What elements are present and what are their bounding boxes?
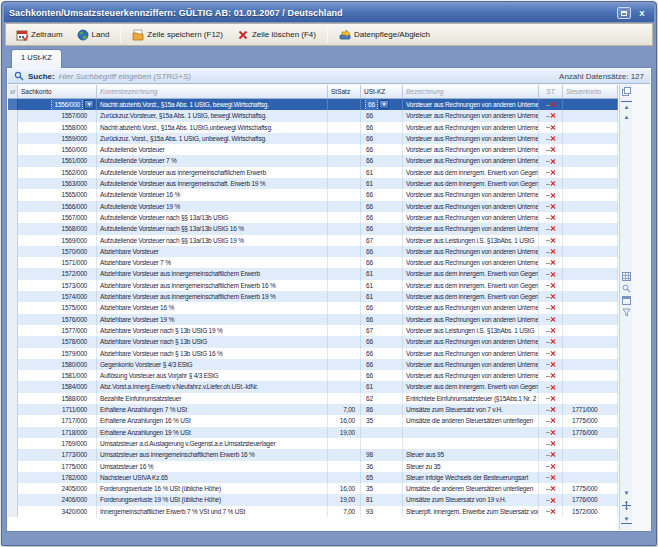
bezeichnung-cell[interactable]: Vorsteuer aus Rechnungen von anderen Unt… (403, 223, 539, 234)
grid-view-icon[interactable] (621, 271, 632, 281)
table-row[interactable]: 1559/000Zurückzuz. Vorst., §15a Abs. 1 U… (8, 133, 618, 144)
kontenbezeichnung-cell[interactable]: Zurückzuz. Vorst., §15a Abs. 1 UStG, unb… (97, 133, 328, 144)
pan-navigate-icon[interactable] (621, 500, 632, 510)
stsatz-cell[interactable] (328, 212, 361, 223)
steuerkonto-cell[interactable] (563, 246, 618, 257)
stsatz-cell[interactable] (328, 110, 361, 121)
kontenbezeichnung-cell[interactable]: Umsatzsteuer a.d.Auslagerung v.Gegenst.a… (97, 438, 328, 449)
ustkz-cell[interactable]: 61 (361, 178, 403, 189)
kontenbezeichnung-cell[interactable]: Abz.Vorst.a.innerg.Erwerb v.Neufahrz.v.L… (97, 381, 328, 392)
row-marker-cell[interactable] (8, 348, 18, 359)
st-cell[interactable] (539, 99, 563, 110)
steuerkonto-cell[interactable]: 1776/000 (563, 494, 618, 505)
ustkz-cell[interactable]: 66 (361, 133, 403, 144)
st-cell[interactable] (539, 155, 563, 166)
row-marker-cell[interactable] (8, 381, 18, 392)
steuerkonto-cell[interactable] (563, 280, 618, 291)
steuerkonto-cell[interactable] (563, 449, 618, 460)
bezeichnung-cell[interactable]: Vorsteuer aus Rechnungen von anderen Unt… (403, 189, 539, 200)
sachkonto-cell[interactable]: 1575/000 (18, 302, 97, 313)
st-cell[interactable] (539, 449, 563, 460)
kontenbezeichnung-cell[interactable]: Aufzuteilende Vorsteuer aus innergemeins… (97, 167, 328, 178)
bezeichnung-cell[interactable]: Vorsteuer aus Rechnungen von anderen Unt… (403, 359, 539, 370)
row-marker-cell[interactable] (8, 122, 18, 133)
steuerkonto-cell[interactable] (563, 167, 618, 178)
row-marker-cell[interactable] (8, 144, 18, 155)
ustkz-cell[interactable]: 81 (361, 494, 403, 505)
table-row[interactable]: 1562/000Aufzuteilende Vorsteuer aus inne… (8, 167, 618, 178)
table-row[interactable]: 1588/000Bezahlte Einfuhrumsatzsteuer62En… (8, 393, 618, 404)
ustkz-cell[interactable]: 61 (361, 268, 403, 279)
ustkz-cell[interactable]: 35 (361, 415, 403, 426)
st-cell[interactable] (539, 348, 563, 359)
sachkonto-cell[interactable]: 1567/000 (18, 212, 97, 223)
bezeichnung-cell[interactable] (403, 438, 539, 449)
sachkonto-cell[interactable]: 1711/000 (18, 404, 97, 415)
bezeichnung-cell[interactable]: Steuer zu 35 (403, 461, 539, 472)
sachkonto-cell[interactable]: 1562/000 (18, 167, 97, 178)
table-row[interactable]: 1579/000Abziehbare Vorsteuer nach § 13b … (8, 348, 618, 359)
table-row[interactable]: 1561/000Aufzuteilende Vorsteuer 7 %66Vor… (8, 155, 618, 166)
steuerkonto-cell[interactable] (563, 257, 618, 268)
ustkz-cell[interactable]: 61 (361, 280, 403, 291)
sachkonto-cell[interactable]: 1563/000 (18, 178, 97, 189)
st-cell[interactable] (539, 494, 563, 505)
kontenbezeichnung-cell[interactable]: Aufzuteilende Vorsteuer aus innergemeins… (97, 178, 328, 189)
st-cell[interactable] (539, 427, 563, 438)
zoom-search-icon[interactable] (621, 283, 632, 293)
sachkonto-cell[interactable]: 1570/000 (18, 246, 97, 257)
kontenbezeichnung-cell[interactable]: Abziehbare Vorsteuer 7 % (97, 257, 328, 268)
sachkonto-cell[interactable]: 1558/000 (18, 122, 97, 133)
st-cell[interactable] (539, 359, 563, 370)
steuerkonto-cell[interactable]: 1572/000 (563, 506, 618, 517)
row-marker-cell[interactable] (8, 302, 18, 313)
stsatz-cell[interactable] (328, 167, 361, 178)
bezeichnung-cell[interactable]: Umsätze die anderen Steuersätzen unterli… (403, 415, 539, 426)
bezeichnung-cell[interactable]: Steuer infolge Wechsels der Besteuerungs… (403, 472, 539, 483)
steuerkonto-cell[interactable] (563, 268, 618, 279)
steuerkonto-cell[interactable] (563, 302, 618, 313)
table-row[interactable]: 1573/000Abziehbare Vorsteuer aus innerge… (8, 280, 618, 291)
steuerkonto-cell[interactable] (563, 99, 618, 110)
st-cell[interactable] (539, 302, 563, 313)
scroll-down-icon[interactable]: ▼ (621, 488, 632, 498)
row-marker-cell[interactable] (8, 235, 18, 246)
st-cell[interactable] (539, 178, 563, 189)
table-row[interactable]: 3420/000Innergemeinschaftlicher Erwerb 7… (8, 506, 618, 517)
row-marker-cell[interactable] (8, 314, 18, 325)
ustkz-cell[interactable]: 66 (361, 314, 403, 325)
table-row[interactable]: 1580/000Gegenkonto Vorsteuer § 4/3 EStG6… (8, 359, 618, 370)
kontenbezeichnung-cell[interactable]: Aufzuteilende Vorsteuer (97, 144, 328, 155)
stsatz-cell[interactable]: 7,00 (328, 404, 361, 415)
bezeichnung-cell[interactable]: Vorsteuer aus dem innergem. Erwerb von G… (403, 280, 539, 291)
ustkz-cell[interactable]: 66 (361, 246, 403, 257)
kontenbezeichnung-cell[interactable]: Auflösung Vorsteuer aus Vorjahr § 4/3 ES… (97, 370, 328, 381)
stsatz-cell[interactable] (328, 268, 361, 279)
bezeichnung-cell[interactable]: Umsätze die anderen Steuersätzen unterli… (403, 483, 539, 494)
st-cell[interactable] (539, 246, 563, 257)
steuerkonto-cell[interactable]: 1776/000 (563, 427, 618, 438)
stsatz-cell[interactable] (328, 223, 361, 234)
bezeichnung-cell[interactable]: Steuerpfl. innergem. Erwerbe zum Steuers… (403, 506, 539, 517)
row-marker-cell[interactable] (8, 336, 18, 347)
ustkz-cell[interactable]: 61 (361, 167, 403, 178)
stsatz-cell[interactable] (328, 314, 361, 325)
st-cell[interactable] (539, 381, 563, 392)
bezeichnung-cell[interactable]: Vorsteuer aus dem innergem. Erwerb von G… (403, 167, 539, 178)
stsatz-cell[interactable] (328, 189, 361, 200)
st-cell[interactable] (539, 223, 563, 234)
stsatz-cell[interactable] (328, 325, 361, 336)
steuerkonto-cell[interactable] (563, 110, 618, 121)
steuerkonto-cell[interactable] (563, 370, 618, 381)
bezeichnung-cell[interactable]: Vorsteuer aus Rechnungen von anderen Unt… (403, 336, 539, 347)
close-icon[interactable]: X (635, 7, 649, 19)
st-cell[interactable] (539, 415, 563, 426)
ustkz-cell[interactable]: 66 (361, 189, 403, 200)
steuerkonto-cell[interactable]: 1775/000 (563, 483, 618, 494)
sachkonto-cell[interactable]: 1574/000 (18, 291, 97, 302)
kontenbezeichnung-cell[interactable]: Aufzuteilende Vorsteuer 19 % (97, 201, 328, 212)
sachkonto-cell[interactable]: 1568/000 (18, 223, 97, 234)
steuerkonto-cell[interactable] (563, 348, 618, 359)
steuerkonto-cell[interactable] (563, 325, 618, 336)
sachkonto-dropdown-icon[interactable]: ▼ (84, 100, 94, 109)
